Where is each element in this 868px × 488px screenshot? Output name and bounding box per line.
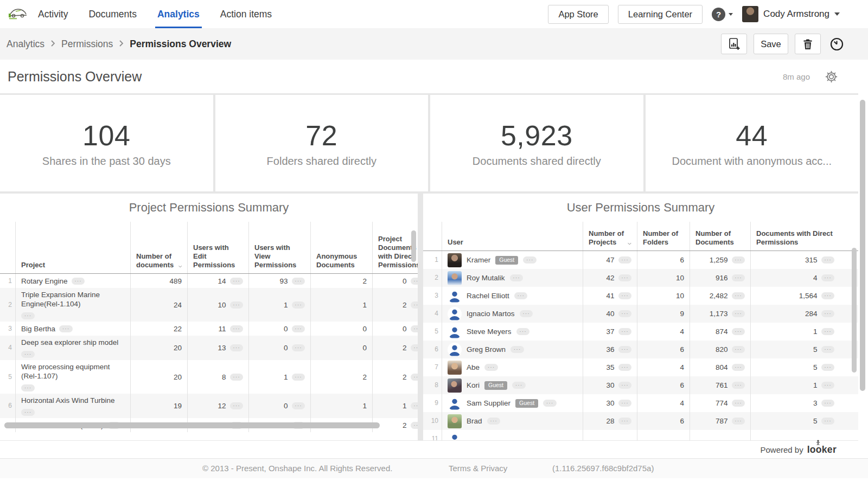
user-name[interactable]: Brad [467,416,482,426]
column-header-user[interactable]: User [442,222,583,251]
more-actions-button[interactable]: ··· [510,346,524,353]
horizontal-scrollbar-thumb[interactable] [4,422,380,428]
more-actions-button[interactable]: ··· [618,256,632,264]
learning-center-button[interactable]: Learning Center [618,5,703,24]
more-actions-button[interactable]: ··· [732,328,745,335]
nav-item-activity[interactable]: Activity [37,0,69,28]
more-actions-button[interactable]: ··· [411,344,418,351]
more-actions-button[interactable]: ··· [21,351,35,358]
more-actions-button[interactable]: ··· [618,418,632,425]
more-actions-button[interactable]: ··· [72,278,85,285]
settings-button[interactable] [825,70,838,83]
more-actions-button[interactable]: ··· [821,274,835,281]
page-scrollbar-thumb[interactable] [860,100,865,391]
vertical-scrollbar-thumb[interactable] [852,248,857,373]
more-actions-button[interactable]: ··· [484,364,498,371]
more-actions-button[interactable]: ··· [292,278,305,285]
user-name[interactable]: Kori [467,381,480,390]
table-row[interactable]: 2Triple Expansion Marine Engine(Rel-1.10… [0,288,418,322]
more-actions-button[interactable]: ··· [618,328,632,335]
more-actions-button[interactable]: ··· [732,346,745,353]
more-actions-button[interactable]: ··· [618,310,632,317]
table-row[interactable]: 6Horizontal Axis Wind Turbine···1912···0… [0,394,418,418]
more-actions-button[interactable]: ··· [292,344,305,351]
table-row[interactable]: 11 [423,430,858,440]
more-actions-button[interactable]: ··· [411,278,418,285]
nav-item-action-items[interactable]: Action items [219,0,273,28]
user-name[interactable]: Kramer [467,255,490,265]
more-actions-button[interactable]: ··· [523,256,537,264]
more-actions-button[interactable]: ··· [411,301,418,309]
more-actions-button[interactable]: ··· [411,402,418,409]
table-row[interactable]: 2Roy Mutalik···42···10916···4··· [423,269,858,287]
more-actions-button[interactable]: ··· [516,328,530,335]
more-actions-button[interactable]: ··· [21,312,35,319]
app-store-button[interactable]: App Store [548,5,608,24]
more-actions-button[interactable]: ··· [732,310,745,317]
more-actions-button[interactable]: ··· [732,400,745,407]
company-logo[interactable] [7,3,29,25]
column-header-number-of-projects[interactable]: Number of Projects [583,222,637,251]
delete-button[interactable] [795,34,821,54]
more-actions-button[interactable]: ··· [732,256,745,264]
project-name[interactable]: Rotary Engine [21,277,68,286]
column-header-documents-with-direct-permissions[interactable]: Documents with Direct Permissions [750,222,840,251]
more-actions-button[interactable]: ··· [821,328,835,335]
more-actions-button[interactable]: ··· [618,274,632,281]
more-actions-button[interactable]: ··· [821,256,835,264]
table-row[interactable]: 8KoriGuest···30···6761···1··· [423,376,858,394]
more-actions-button[interactable]: ··· [230,344,244,351]
more-actions-button[interactable]: ··· [618,364,632,371]
nav-item-documents[interactable]: Documents [87,0,138,28]
more-actions-button[interactable]: ··· [821,382,835,389]
more-actions-button[interactable]: ··· [21,384,35,391]
more-actions-button[interactable]: ··· [732,274,745,281]
more-actions-button[interactable]: ··· [514,292,528,299]
table-row[interactable]: 1Rotary Engine···48914···93···20··· [0,274,418,288]
user-menu[interactable]: Cody Armstrong [742,6,840,22]
project-name[interactable]: Big Bertha [21,324,55,333]
more-actions-button[interactable]: ··· [230,301,244,309]
more-actions-button[interactable]: ··· [292,374,305,381]
column-header-number-of-documents[interactable]: Number of Documents [690,222,750,251]
more-actions-button[interactable]: ··· [59,325,73,332]
project-name[interactable]: Horizontal Axis Wind Turbine [21,396,115,405]
table-row[interactable]: 4Deep sea explorer ship model···2013···0… [0,336,418,360]
table-row[interactable]: 5Steve Meyers···37···4874···1··· [423,323,858,341]
more-actions-button[interactable]: ··· [292,301,305,309]
more-actions-button[interactable]: ··· [512,382,526,389]
add-tile-button[interactable] [721,34,747,54]
table-row[interactable]: 9Sam SupplierGuest···30···4774···3··· [423,394,858,412]
more-actions-button[interactable]: ··· [510,274,524,281]
table-row[interactable]: 7Abe···35···4804···5··· [423,358,858,376]
column-header-number-of-documents[interactable]: Number of documents [130,222,187,273]
terms-privacy-link[interactable]: Terms & Privacy [449,464,507,473]
breadcrumb-item-1[interactable]: Permissions [61,38,113,50]
breadcrumb-item-2[interactable]: Permissions Overview [130,38,231,50]
user-name[interactable]: Ignacio Martos [467,309,515,318]
column-header-project[interactable]: Project [15,222,130,273]
more-actions-button[interactable]: ··· [292,402,305,409]
more-actions-button[interactable]: ··· [543,400,557,407]
save-button[interactable]: Save [754,34,788,54]
more-actions-button[interactable]: ··· [732,382,745,389]
more-actions-button[interactable]: ··· [292,325,305,332]
more-actions-button[interactable]: ··· [821,346,835,353]
nav-item-analytics[interactable]: Analytics [156,0,201,28]
history-button[interactable] [829,37,844,52]
more-actions-button[interactable]: ··· [821,400,835,407]
more-actions-button[interactable]: ··· [230,374,244,381]
more-actions-button[interactable]: ··· [821,418,835,425]
project-name[interactable]: Deep sea explorer ship model [21,338,118,347]
more-actions-button[interactable]: ··· [618,400,632,407]
table-row[interactable]: 6Greg Brown···36···6820···5··· [423,341,858,358]
column-header-users-with-view-permissions[interactable]: Users with View Permissions [248,222,310,273]
user-name[interactable]: Abe [467,363,480,372]
user-name[interactable]: Steve Meyers [467,327,512,336]
user-name[interactable]: Greg Brown [467,345,506,354]
breadcrumb-item-0[interactable]: Analytics [7,38,44,50]
project-name[interactable]: Triple Expansion Marine Engine(Rel-1.104… [21,290,125,309]
more-actions-button[interactable]: ··· [230,402,244,409]
more-actions-button[interactable]: ··· [732,418,745,425]
more-actions-button[interactable]: ··· [732,364,745,371]
